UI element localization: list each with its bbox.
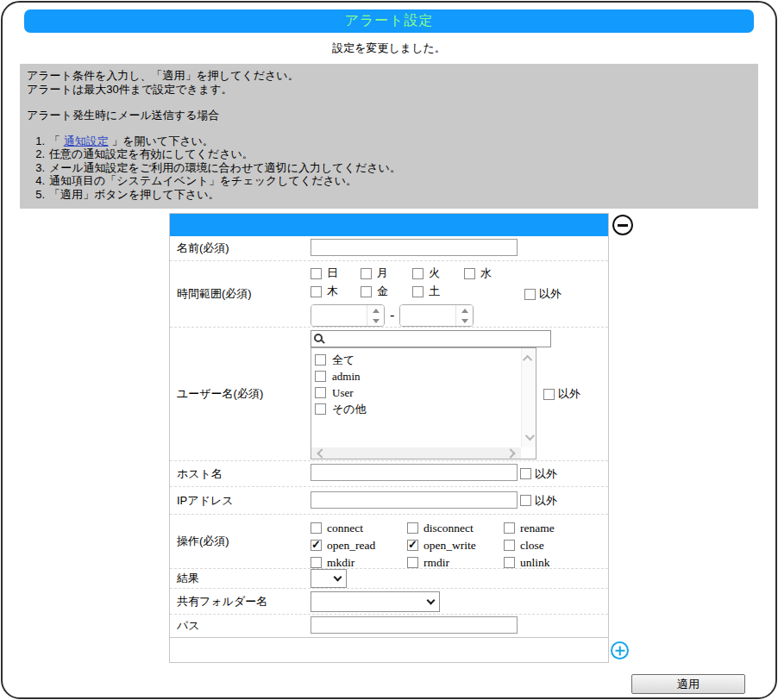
username-label: ユーザー名(必須) <box>170 328 309 460</box>
apply-button[interactable]: 適用 <box>631 674 745 694</box>
time-from-spinner <box>311 304 385 327</box>
day-checkbox-wed[interactable] <box>464 268 475 279</box>
spin-up-button[interactable] <box>456 305 473 316</box>
op-checkbox-rename[interactable] <box>504 522 515 534</box>
ip-address-row: IPアドレス 以外 <box>170 486 608 514</box>
day-label: 土 <box>429 284 440 299</box>
username-checkbox-other[interactable] <box>315 403 326 415</box>
hostname-except-checkbox[interactable] <box>520 468 531 479</box>
day-checkbox-thu[interactable] <box>311 286 322 297</box>
shared-folder-select[interactable] <box>311 591 440 612</box>
except-label: 以外 <box>539 286 562 302</box>
day-checkbox-tue[interactable] <box>412 268 424 279</box>
op-label: close <box>520 539 544 553</box>
op-checkbox-connect[interactable] <box>311 522 322 534</box>
op-checkbox-rmdir[interactable] <box>407 557 418 568</box>
operation-row: 操作(必須) connect disconnect rename open_re… <box>170 514 608 568</box>
notification-settings-link[interactable]: 通知設定 <box>64 134 109 147</box>
except-label: 以外 <box>558 386 580 402</box>
ip-except-item: 以外 <box>520 493 557 509</box>
arrow-down-icon <box>373 319 380 323</box>
op-checkbox-unlink[interactable] <box>504 557 515 568</box>
step-item: 5. 「適用」ボタンを押して下さい。 <box>27 188 750 202</box>
day-item-tue: 火 <box>412 266 464 281</box>
result-select[interactable] <box>311 569 347 588</box>
alert-settings-page: アラート設定 設定を変更しました。 アラート条件を入力し、「適用」を押してくださ… <box>1 1 777 699</box>
day-label: 月 <box>377 266 388 281</box>
day-checkbox-sat[interactable] <box>412 286 424 297</box>
username-option: User <box>315 384 536 401</box>
username-search-input[interactable] <box>311 330 551 347</box>
op-label: rename <box>520 522 555 535</box>
step-number: 2. <box>27 147 49 161</box>
time-range-row: 時間範囲(必須) 日 月 火 水 木 金 土 <box>170 260 608 327</box>
username-checkbox-admin[interactable] <box>315 371 326 382</box>
op-checkbox-open-read[interactable] <box>311 540 322 551</box>
scroll-left-icon[interactable] <box>317 448 326 458</box>
time-from-input[interactable] <box>311 305 367 326</box>
day-label: 日 <box>327 266 338 281</box>
scroll-right-icon[interactable] <box>505 448 515 458</box>
horizontal-scrollbar[interactable] <box>311 447 521 459</box>
result-row: 結果 <box>170 568 608 588</box>
spin-down-button[interactable] <box>367 316 384 326</box>
remove-alert-button[interactable] <box>612 215 633 235</box>
day-checkbox-grid: 日 月 火 水 木 金 土 <box>311 266 608 299</box>
day-checkbox-mon[interactable] <box>361 268 372 279</box>
hostname-input[interactable] <box>311 464 518 481</box>
ip-address-input[interactable] <box>311 491 518 509</box>
mail-case-heading: アラート発生時にメール送信する場合 <box>27 109 750 122</box>
spin-up-button[interactable] <box>367 305 384 316</box>
name-input[interactable] <box>311 239 518 256</box>
op-checkbox-open-write[interactable] <box>407 540 418 551</box>
username-except-checkbox[interactable] <box>543 389 555 400</box>
day-checkbox-sun[interactable] <box>311 268 322 279</box>
step-suffix: 」を開いて下さい。 <box>109 134 214 147</box>
op-checkbox-disconnect[interactable] <box>407 522 418 534</box>
op-checkbox-mkdir[interactable] <box>311 557 322 568</box>
username-checkbox-all[interactable] <box>315 354 326 366</box>
step-number: 4. <box>27 174 49 188</box>
op-label: rmdir <box>424 556 449 570</box>
scroll-down-icon[interactable] <box>525 431 535 441</box>
step-number: 5. <box>27 188 49 202</box>
instruction-line-2: アラートは最大30件まで設定できます。 <box>27 83 750 97</box>
op-item-open-write: open_write <box>407 537 504 553</box>
add-alert-button[interactable] <box>611 641 629 659</box>
step-text: 通知項目の「システムイベント」をチェックしてください。 <box>49 174 357 188</box>
step-text: メール通知設定をご利用の環境に合わせて適切に入力してください。 <box>49 161 401 175</box>
op-label: connect <box>327 522 363 535</box>
username-option-label: その他 <box>332 402 367 417</box>
username-option-label: 全て <box>332 353 354 368</box>
op-checkbox-close[interactable] <box>504 540 515 551</box>
username-search <box>311 330 551 347</box>
day-item-mon: 月 <box>361 266 412 281</box>
status-message: 設定を変更しました。 <box>3 41 775 56</box>
op-item-connect: connect <box>311 520 407 536</box>
path-input[interactable] <box>311 616 518 634</box>
day-label: 木 <box>327 284 338 299</box>
username-checkbox-user[interactable] <box>315 387 326 398</box>
ip-except-checkbox[interactable] <box>520 495 531 506</box>
op-item-rename: rename <box>504 520 608 536</box>
day-item-fri: 金 <box>361 284 412 299</box>
day-item-sun: 日 <box>311 266 361 281</box>
ip-address-label: IPアドレス <box>170 487 309 514</box>
day-label: 水 <box>480 266 492 281</box>
chevron-down-icon <box>334 572 342 581</box>
day-checkbox-fri[interactable] <box>361 286 372 297</box>
hostname-except-item: 以外 <box>520 466 557 482</box>
op-label: open_write <box>424 539 476 553</box>
step-text: 任意の通知設定を有効にしてください。 <box>49 147 254 161</box>
search-icon <box>314 334 323 342</box>
time-to-input[interactable] <box>400 305 455 326</box>
scroll-up-icon[interactable] <box>523 355 532 365</box>
time-range-label: 時間範囲(必須) <box>170 261 309 327</box>
vertical-scrollbar[interactable] <box>521 348 536 447</box>
username-except-item: 以外 <box>543 386 580 402</box>
op-item-open-read: open_read <box>311 537 407 553</box>
op-item-close: close <box>504 537 608 553</box>
time-except-checkbox[interactable] <box>524 289 536 300</box>
spin-down-button[interactable] <box>456 316 473 326</box>
chevron-down-icon <box>427 596 436 604</box>
